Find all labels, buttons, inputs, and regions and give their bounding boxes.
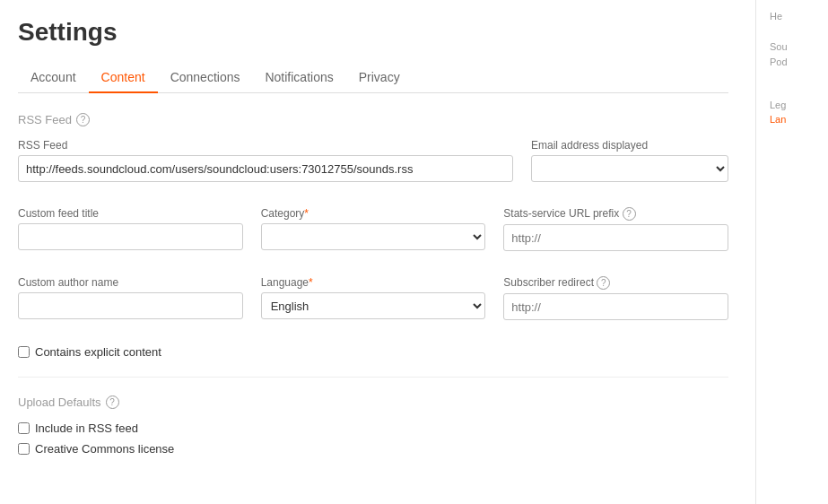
explicit-content-checkbox-label[interactable]: Contains explicit content [18,345,728,359]
sidebar-he: He [770,9,815,25]
subscriber-help-icon[interactable]: ? [597,276,610,290]
rss-feed-section-label: RSS Feed ? [18,113,728,126]
sidebar-leg: Leg [770,98,815,114]
stats-help-icon[interactable]: ? [623,207,636,221]
cc-license-checkbox-label[interactable]: Creative Commons license [18,442,728,456]
tab-account[interactable]: Account [18,63,89,93]
upload-defaults-help-icon[interactable]: ? [106,395,119,409]
explicit-content-checkbox[interactable] [18,346,30,358]
custom-feed-title-group: Custom feed title [18,207,243,251]
sidebar-sou: Sou [770,39,815,56]
custom-author-label: Custom author name [18,276,243,289]
tab-privacy[interactable]: Privacy [346,63,413,93]
custom-feed-title-input[interactable] [18,223,243,250]
tabs-nav: Account Content Connections Notification… [18,63,728,93]
sidebar: He Sou Pod Leg Lan [756,0,828,504]
page-title: Settings [18,18,728,47]
rss-feed-help-icon[interactable]: ? [76,113,90,126]
stats-url-input[interactable] [503,224,728,251]
category-label: Category* [261,207,486,220]
include-rss-checkbox-label[interactable]: Include in RSS feed [18,421,728,435]
sidebar-pod: Pod [770,55,815,71]
cc-license-checkbox[interactable] [18,443,30,455]
tab-connections[interactable]: Connections [158,63,253,93]
sidebar-lan-link[interactable]: Lan [770,114,786,125]
subscriber-redirect-input[interactable] [503,293,728,320]
upload-defaults-section-label: Upload Defaults ? [18,395,728,409]
rss-feed-url-group: RSS Feed [18,139,513,182]
rss-feed-input[interactable] [18,155,513,182]
language-group: Language* English [261,276,486,320]
stats-url-group: Stats-service URL prefix ? [503,207,728,251]
email-label: Email address displayed [531,139,728,152]
category-group: Category* [261,207,486,251]
custom-feed-title-label: Custom feed title [18,207,243,220]
language-label: Language* [261,276,486,289]
email-address-group: Email address displayed [531,139,728,182]
subscriber-redirect-label: Subscriber redirect ? [503,276,728,290]
email-select[interactable] [531,155,728,182]
tab-notifications[interactable]: Notifications [252,63,345,93]
category-select[interactable] [261,223,486,250]
custom-author-group: Custom author name [18,276,243,320]
stats-label: Stats-service URL prefix ? [503,207,728,221]
custom-author-input[interactable] [18,292,243,319]
include-rss-checkbox[interactable] [18,422,30,434]
language-select[interactable]: English [261,292,486,319]
tab-content[interactable]: Content [89,63,158,93]
subscriber-redirect-group: Subscriber redirect ? [503,276,728,320]
rss-feed-label: RSS Feed [18,139,513,152]
section-divider [18,377,728,378]
